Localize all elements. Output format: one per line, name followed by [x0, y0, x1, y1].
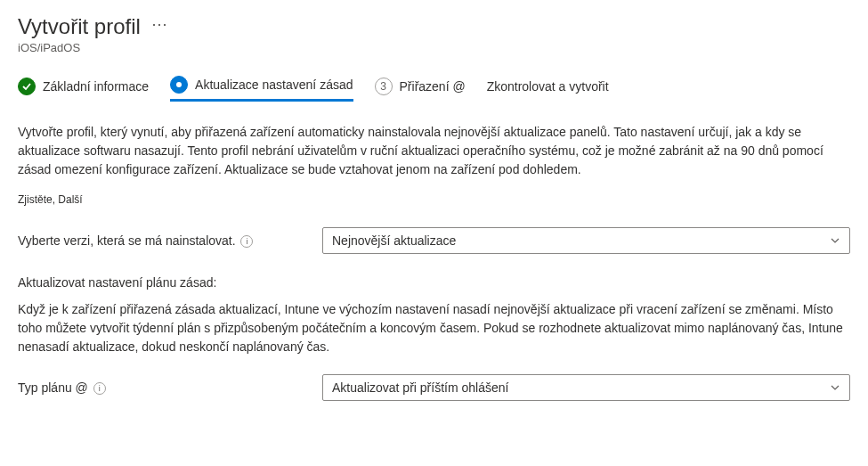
step-label: Přiřazení @: [400, 79, 466, 94]
info-icon[interactable]: i: [240, 235, 253, 248]
chevron-down-icon: [830, 235, 840, 246]
profile-description: Vytvořte profil, který vynutí, aby přiřa…: [18, 123, 850, 179]
dropdown-value: Nejnovější aktualizace: [332, 233, 456, 248]
schedule-description: Když je k zařízení přiřazená zásada aktu…: [18, 300, 850, 356]
learn-more-link[interactable]: Další: [58, 193, 82, 206]
page-subtitle: iOS/iPadOS: [18, 41, 850, 54]
checkmark-icon: [18, 78, 36, 95]
info-icon[interactable]: i: [93, 382, 106, 395]
content-area: Vytvořte profil, který vynutí, aby přiřa…: [18, 119, 850, 401]
step-label: Zkontrolovat a vytvořit: [487, 79, 609, 94]
learn-more-row: Zjistěte, Další: [18, 193, 850, 206]
plan-type-label-text: Typ plánu @: [18, 380, 88, 395]
more-icon[interactable]: ⋯: [151, 14, 168, 39]
plan-type-label: Typ plánu @ i: [18, 380, 312, 395]
step-number-icon: 3: [375, 78, 393, 95]
wizard-stepper: Základní informace Aktualizace nastavení…: [18, 76, 850, 102]
chevron-down-icon: [830, 382, 840, 393]
dropdown-value: Aktualizovat při příštím ohlášení: [332, 380, 508, 395]
step-basics[interactable]: Základní informace: [18, 78, 149, 101]
version-label-text: Vyberte verzi, která se má nainstalovat.: [18, 233, 236, 248]
step-assignments[interactable]: 3 Přiřazení @: [375, 78, 466, 101]
version-dropdown[interactable]: Nejnovější aktualizace: [322, 227, 850, 254]
step-review-create[interactable]: Zkontrolovat a vytvořit: [487, 79, 609, 99]
step-label: Základní informace: [43, 79, 149, 94]
learn-more-prefix: Zjistěte,: [18, 193, 55, 206]
step-update-settings[interactable]: Aktualizace nastavení zásad: [170, 76, 353, 102]
plan-type-row: Typ plánu @ i Aktualizovat při příštím o…: [18, 374, 850, 401]
page-header: Vytvořit profil ⋯ iOS/iPadOS: [18, 14, 850, 54]
version-select-row: Vyberte verzi, která se má nainstalovat.…: [18, 227, 850, 254]
page-title: Vytvořit profil: [18, 14, 141, 39]
schedule-heading: Aktualizovat nastavení plánu zásad:: [18, 275, 850, 290]
plan-type-dropdown[interactable]: Aktualizovat při příštím ohlášení: [322, 374, 850, 401]
version-label: Vyberte verzi, která se má nainstalovat.…: [18, 233, 312, 248]
step-label: Aktualizace nastavení zásad: [195, 78, 353, 92]
svg-point-0: [176, 82, 182, 87]
step-active-icon: [170, 76, 188, 94]
